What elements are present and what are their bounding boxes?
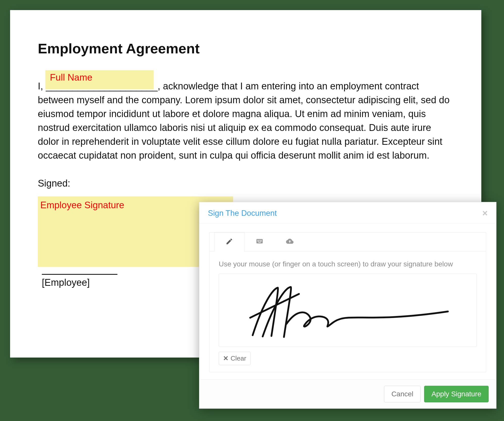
body-prefix: I,	[38, 81, 46, 91]
modal-body: Use your mouse (or finger on a touch scr…	[199, 224, 496, 379]
signed-label: Signed:	[38, 177, 454, 190]
body-first-line: Full Name I, _____________________, ackn…	[38, 79, 454, 163]
signature-line	[42, 274, 117, 275]
tab-type[interactable]	[244, 232, 275, 251]
modal-header: Sign The Document ×	[199, 202, 496, 224]
close-icon[interactable]: ×	[482, 209, 488, 218]
clear-button[interactable]: ✕ Clear	[219, 352, 250, 365]
sign-document-modal: Sign The Document ×	[199, 202, 496, 409]
tab-draw[interactable]	[214, 232, 244, 252]
x-icon: ✕	[223, 355, 229, 362]
signature-tabs	[210, 232, 486, 252]
body-main: , acknowledge that I am entering into an…	[38, 81, 450, 161]
pen-icon	[226, 238, 233, 246]
apply-signature-button[interactable]: Apply Signature	[424, 386, 489, 402]
document-title: Employment Agreement	[38, 40, 454, 57]
cancel-button[interactable]: Cancel	[384, 386, 421, 402]
signature-field-label: Employee Signature	[40, 198, 124, 212]
signature-canvas[interactable]	[219, 274, 477, 347]
modal-footer: Cancel Apply Signature	[199, 379, 496, 408]
modal-title: Sign The Document	[208, 209, 277, 218]
draw-instruction: Use your mouse (or finger on a touch scr…	[219, 260, 477, 268]
clear-label: Clear	[231, 355, 246, 362]
signature-tab-panel: Use your mouse (or finger on a touch scr…	[209, 232, 486, 372]
keyboard-icon	[256, 237, 263, 246]
tab-content-draw: Use your mouse (or finger on a touch scr…	[210, 252, 486, 372]
full-name-field-label: Full Name	[50, 71, 92, 84]
tab-upload[interactable]	[275, 232, 305, 251]
signature-stroke	[219, 274, 477, 346]
cloud-icon	[286, 237, 294, 246]
